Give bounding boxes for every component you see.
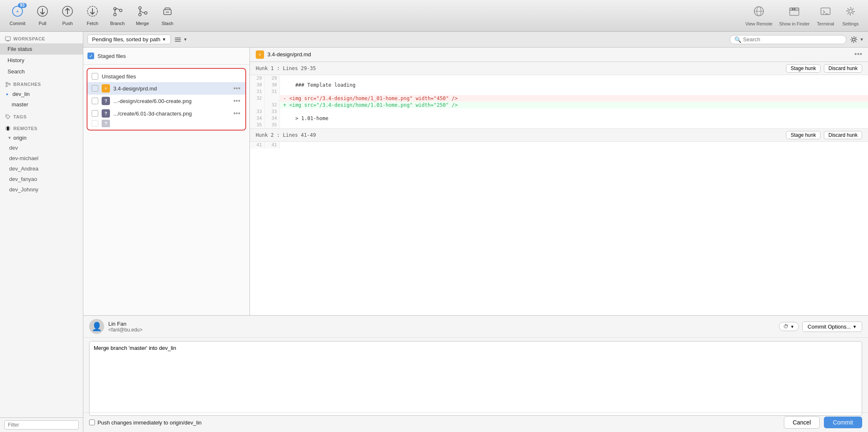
file-more-create[interactable]: ••• [232, 97, 242, 105]
push-checkbox[interactable] [89, 419, 95, 425]
svg-point-10 [120, 9, 122, 12]
commit-button-final[interactable]: Commit [824, 417, 862, 428]
file-check-prd[interactable] [92, 85, 98, 92]
push-checkbox-area: Push changes immediately to origin/dev_l… [89, 419, 202, 426]
unstaged-checkbox[interactable] [92, 73, 98, 80]
sidebar-item-history[interactable]: History [0, 55, 83, 66]
sidebar-remote-dev-johnny[interactable]: dev_Johnny [0, 184, 83, 195]
hunk-2-discard-btn[interactable]: Discard hunk [824, 131, 862, 139]
file-item-create[interactable]: ? ...-design/create/6.00-create.png ••• [87, 95, 245, 107]
commit-options-button[interactable]: Commit Options... ▼ [802, 321, 862, 332]
settings-button[interactable]: Settings [838, 3, 863, 29]
fetch-icon [87, 5, 98, 19]
sort-dropdown[interactable]: Pending files, sorted by path ▼ [87, 35, 171, 44]
sidebar-item-search[interactable]: Search [0, 66, 83, 77]
sidebar-item-file-status[interactable]: File status [0, 43, 83, 55]
file-icon-unknown-2: ? [102, 109, 110, 118]
sidebar-remote-dev-fanyao[interactable]: dev_fanyao [0, 174, 83, 184]
merge-button[interactable]: Merge [130, 3, 155, 28]
options-chevron: ▼ [853, 324, 857, 329]
hunk-1-discard-btn[interactable]: Discard hunk [824, 64, 862, 73]
view-remote-button[interactable]: View Remote [742, 3, 776, 29]
view-toggle[interactable]: ▼ [174, 36, 187, 43]
terminal-icon [820, 5, 831, 20]
stash-button[interactable]: Stash [155, 3, 180, 28]
sidebar-remote-dev[interactable]: dev [0, 143, 83, 153]
merge-icon [137, 5, 148, 19]
subheader: Pending files, sorted by path ▼ ▼ 🔍 ▼ [83, 32, 868, 48]
svg-point-23 [792, 8, 793, 10]
unstaged-section: Unstaged files ≡ 3.4-design/prd.md ••• ?… [87, 68, 246, 131]
svg-point-40 [853, 38, 855, 41]
hunk-2-stage-btn[interactable]: Stage hunk [786, 131, 821, 139]
branch-button[interactable]: Branch [105, 3, 130, 28]
stash-icon [162, 5, 173, 19]
file-item-3d[interactable]: ? .../create/6.01-3d-characters.png ••• [87, 107, 245, 120]
time-button[interactable]: ⏱ ▼ [779, 322, 799, 331]
show-finder-icon [788, 5, 800, 20]
avatar: 👤 [89, 319, 104, 334]
branches-header: BRANCHES [0, 77, 83, 89]
gear-search-btn[interactable]: ▼ [850, 35, 864, 44]
terminal-button[interactable]: Terminal [813, 3, 838, 29]
show-finder-button[interactable]: Show in Finder [776, 3, 813, 29]
sidebar-remote-dev-michael[interactable]: dev-michael [0, 153, 83, 163]
diff-panel: ≡ 3.4-design/prd.md ••• Hunk 1 : Lines 2… [250, 48, 868, 315]
main-layout: WORKSPACE File status History Search BRA… [0, 32, 868, 432]
svg-rect-29 [7, 40, 9, 41]
svg-point-24 [794, 8, 796, 10]
diff-more-btn[interactable]: ••• [854, 50, 862, 59]
file-more-prd[interactable]: ••• [232, 85, 242, 92]
clock-icon: ⏱ [783, 324, 788, 329]
staged-checkbox[interactable] [87, 53, 94, 59]
file-item-partial: ? [87, 120, 245, 127]
svg-point-27 [849, 10, 852, 13]
diff-line-added: 32 + <img src="/3.4-design/home/1.01-hom… [250, 102, 868, 108]
middle-split: Staged files Unstaged files ≡ 3.4-design… [83, 48, 868, 315]
svg-point-31 [6, 85, 7, 87]
sidebar-branch-master[interactable]: master [0, 99, 83, 110]
hunk-1-stage-btn[interactable]: Stage hunk [786, 64, 821, 73]
svg-point-13 [139, 13, 141, 16]
cancel-button[interactable]: Cancel [784, 416, 820, 429]
remotes-header: REMOTES [0, 121, 83, 133]
time-chevron: ▼ [790, 324, 794, 329]
file-item-prd[interactable]: ≡ 3.4-design/prd.md ••• [87, 82, 245, 95]
hunk-1-header: Hunk 1 : Lines 29-35 Stage hunk Discard … [250, 62, 868, 75]
sidebar-filter-input[interactable] [4, 420, 79, 429]
pull-button[interactable]: Pull [30, 3, 55, 28]
file-check-create[interactable] [92, 98, 98, 104]
diff-line-removed: 32 - <img src="/3.4-design/home/1_01-hom… [250, 95, 868, 102]
staged-section: Staged files [83, 48, 249, 65]
push-button[interactable]: Push [55, 3, 80, 28]
commit-area: 👤 Lin Fan <fanl@bu.edu> ⏱ ▼ Commit Optio… [83, 315, 868, 432]
file-check-3d[interactable] [92, 110, 98, 117]
tags-header: TAGS [0, 110, 83, 121]
branch-icon [112, 5, 123, 19]
sidebar-branch-dev-lin[interactable]: dev_lin [0, 89, 83, 99]
pull-icon [37, 5, 48, 19]
sidebar-remote-dev-andrea[interactable]: dev_Andrea [0, 163, 83, 174]
diff-file-icon: ≡ [256, 50, 264, 59]
chevron-toggle-icon: ▼ [183, 37, 187, 42]
svg-rect-28 [5, 37, 10, 40]
view-remote-icon [753, 5, 765, 20]
diff-header: ≡ 3.4-design/prd.md ••• [250, 48, 868, 62]
search-input[interactable] [743, 36, 842, 43]
fetch-button[interactable]: Fetch [80, 3, 105, 28]
svg-point-34 [7, 116, 7, 116]
workspace-header: WORKSPACE [0, 32, 83, 43]
commit-author-row: 👤 Lin Fan <fanl@bu.edu> ⏱ ▼ Commit Optio… [83, 316, 868, 338]
push-icon [62, 5, 73, 19]
diff-line: 30 30 ### Template loading [250, 82, 868, 88]
diff-line: 35 35 [250, 122, 868, 128]
diff-line: 31 31 [250, 88, 868, 95]
staged-header: Staged files [87, 51, 245, 61]
hunk-2-actions: Stage hunk Discard hunk [786, 131, 862, 139]
file-icon-unknown-1: ? [102, 97, 110, 105]
file-more-3d[interactable]: ••• [232, 110, 242, 117]
commit-message-input[interactable]: Merge branch 'master' into dev_lin [89, 341, 862, 416]
commit-button[interactable]: + 93 Commit [5, 3, 30, 28]
svg-point-12 [139, 7, 141, 9]
sidebar-origin-toggle[interactable]: ▼ origin [0, 133, 83, 143]
